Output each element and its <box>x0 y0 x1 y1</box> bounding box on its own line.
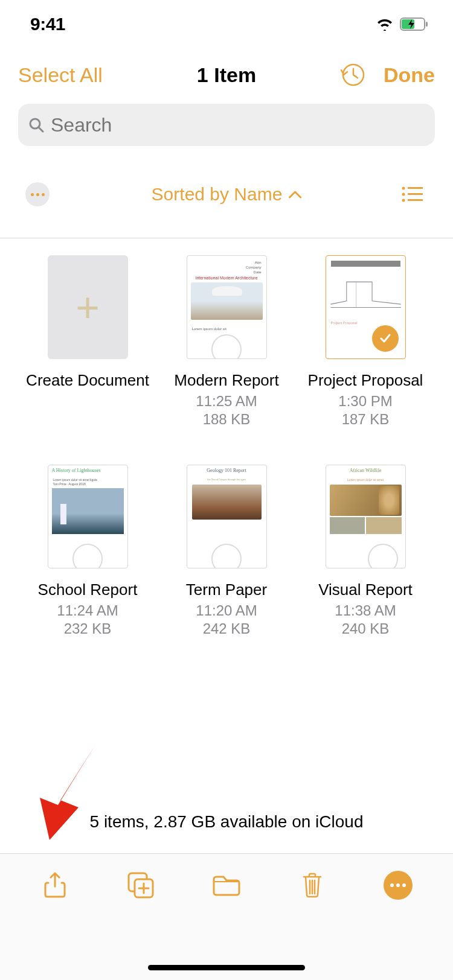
history-clock-icon[interactable] <box>339 62 365 88</box>
document-cell[interactable]: A History of Lighthouses Lorem ipsum dol… <box>18 465 157 638</box>
document-cell[interactable]: AttnCompanyDate International Modern Arc… <box>157 255 296 428</box>
item-title: Visual Report <box>318 581 413 599</box>
document-thumbnail[interactable]: Project Proposal <box>326 255 406 359</box>
document-cell[interactable]: African Wildlife Lorem ipsum dolor sit a… <box>296 465 435 638</box>
svg-rect-11 <box>408 199 423 201</box>
home-indicator[interactable] <box>148 965 305 970</box>
status-bar: 9:41 <box>0 0 453 48</box>
document-cell[interactable]: Project Proposal Project Proposal 1:30 P… <box>296 255 435 428</box>
document-thumbnail[interactable]: AttnCompanyDate International Modern Arc… <box>187 255 267 359</box>
nav-bar: Select All 1 Item Done <box>0 48 453 101</box>
page-title: 1 Item <box>197 63 256 87</box>
battery-charging-icon <box>400 17 429 31</box>
selection-circle[interactable] <box>368 544 398 568</box>
document-cell[interactable]: Geology 101 Report the Grand Canyon thro… <box>157 465 296 638</box>
storage-status: 5 items, 2.87 GB available on iCloud <box>0 812 453 832</box>
search-wrap <box>0 101 453 151</box>
item-meta: 1:30 PM187 KB <box>338 392 392 428</box>
sort-button[interactable]: Sorted by Name <box>152 184 302 205</box>
svg-point-10 <box>402 199 405 202</box>
duplicate-button[interactable] <box>111 867 171 903</box>
duplicate-icon <box>127 871 155 899</box>
more-icon <box>384 871 413 900</box>
selection-checkmark-icon[interactable] <box>370 323 400 354</box>
selection-circle[interactable] <box>72 544 103 568</box>
search-input[interactable] <box>51 114 425 136</box>
search-icon <box>28 116 45 133</box>
create-document-cell[interactable]: + Create Document <box>18 255 157 428</box>
trash-icon <box>301 872 323 899</box>
tags-filter-button[interactable] <box>25 182 50 206</box>
document-thumbnail[interactable]: African Wildlife Lorem ipsum dolor sit a… <box>326 465 406 568</box>
svg-point-8 <box>402 193 405 196</box>
select-all-button[interactable]: Select All <box>18 63 103 87</box>
svg-line-5 <box>39 127 43 132</box>
document-thumbnail[interactable]: Geology 101 Report the Grand Canyon thro… <box>187 465 267 568</box>
plus-icon: + <box>76 287 100 328</box>
sort-row: Sorted by Name <box>0 176 453 212</box>
svg-rect-2 <box>426 22 428 27</box>
list-view-icon[interactable] <box>401 186 423 203</box>
move-button[interactable] <box>196 867 257 903</box>
item-meta: 11:25 AM188 KB <box>196 392 257 428</box>
document-thumbnail[interactable]: A History of Lighthouses Lorem ipsum dol… <box>48 465 128 568</box>
chevron-up-icon <box>288 190 301 199</box>
svg-point-6 <box>402 187 405 190</box>
share-button[interactable] <box>25 867 85 903</box>
document-grid: + Create Document AttnCompanyDate Intern… <box>0 238 453 674</box>
item-title: Project Proposal <box>308 371 423 390</box>
delete-button[interactable] <box>282 867 342 903</box>
svg-rect-7 <box>408 187 423 189</box>
folder-icon <box>211 873 242 897</box>
item-title: Term Paper <box>186 581 267 599</box>
svg-rect-9 <box>408 193 423 195</box>
done-button[interactable]: Done <box>384 63 435 87</box>
wifi-icon <box>376 18 394 31</box>
sort-label-text: Sorted by Name <box>152 184 283 205</box>
item-meta: 11:38 AM240 KB <box>335 602 396 638</box>
status-time: 9:41 <box>30 14 65 34</box>
item-meta: 11:24 AM232 KB <box>57 602 118 638</box>
item-title: School Report <box>38 581 138 599</box>
item-title: Modern Report <box>174 371 278 390</box>
status-right <box>376 17 429 31</box>
item-meta: 11:20 AM242 KB <box>196 602 257 638</box>
item-title: Create Document <box>26 371 149 390</box>
selection-circle[interactable] <box>211 544 242 568</box>
create-document-thumb[interactable]: + <box>48 255 128 359</box>
share-icon <box>44 872 66 899</box>
more-button[interactable] <box>368 867 428 903</box>
search-field[interactable] <box>18 104 435 146</box>
selection-circle[interactable] <box>211 334 242 359</box>
bottom-toolbar <box>0 853 453 980</box>
